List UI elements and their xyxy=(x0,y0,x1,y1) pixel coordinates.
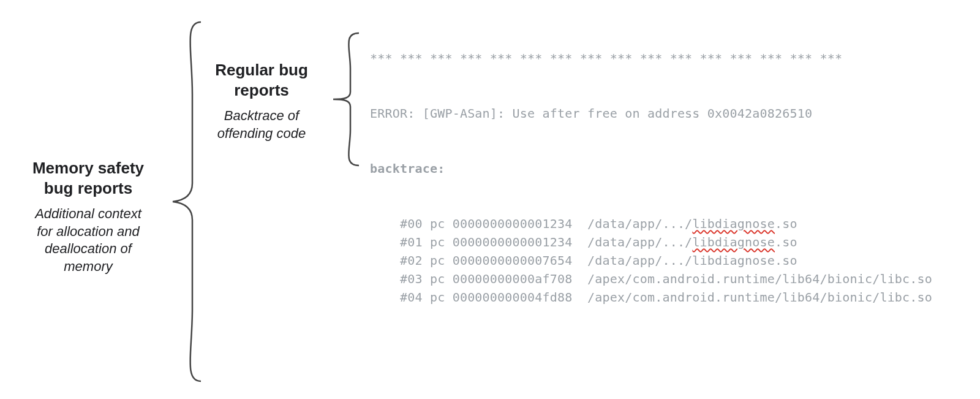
regular-bug-title: Regular bugreports xyxy=(202,60,321,100)
memory-safety-title: Memory safetybug reports xyxy=(17,158,159,198)
backtrace-line: #01 pc 0000000000001234 /data/app/.../li… xyxy=(370,233,975,251)
backtrace-frames: #00 pc 0000000000001234 /data/app/.../li… xyxy=(370,215,975,306)
regular-bug-label: Regular bugreports Backtrace ofoffending… xyxy=(202,60,321,142)
backtrace-line: #00 pc 0000000000001234 /data/app/.../li… xyxy=(370,215,975,233)
regular-bug-subtitle: Backtrace ofoffending code xyxy=(202,107,321,142)
backtrace-line: #04 pc 000000000004fd88 /apex/com.androi… xyxy=(370,288,975,306)
spacer-1 xyxy=(370,343,975,362)
backtrace-label: backtrace: xyxy=(370,159,975,178)
error-line: ERROR: [GWP-ASan]: Use after free on add… xyxy=(370,104,975,123)
inner-brace xyxy=(325,32,361,167)
backtrace-line: #02 pc 0000000000007654 /data/app/.../li… xyxy=(370,251,975,270)
code-block: *** *** *** *** *** *** *** *** *** *** … xyxy=(370,12,975,399)
outer-brace xyxy=(165,21,202,382)
diagram-root: Memory safetybug reports Additional cont… xyxy=(0,0,980,399)
memory-safety-subtitle: Additional contextfor allocation anddeal… xyxy=(17,205,159,275)
memory-safety-label: Memory safetybug reports Additional cont… xyxy=(17,158,159,275)
stars-line: *** *** *** *** *** *** *** *** *** *** … xyxy=(370,49,975,67)
backtrace-line: #03 pc 00000000000af708 /apex/com.androi… xyxy=(370,270,975,288)
